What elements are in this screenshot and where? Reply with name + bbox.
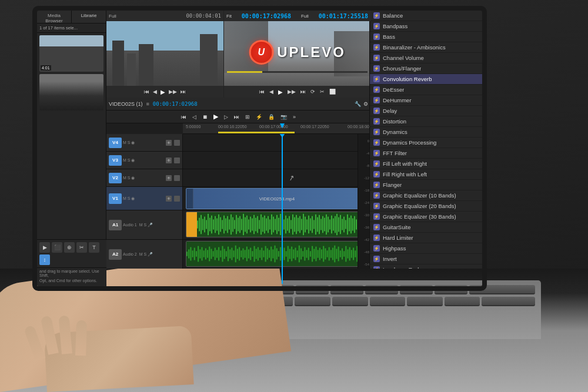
tl-ctrl-2[interactable]: ◁ xyxy=(192,114,196,120)
effect-item-7[interactable]: ⚡DeEsser xyxy=(370,85,482,95)
tl-ctrl-9[interactable]: » xyxy=(293,114,296,120)
prog-prev-btn[interactable]: ⏮ xyxy=(259,89,265,95)
key[interactable] xyxy=(295,297,330,306)
audio-clip-2[interactable] xyxy=(186,241,370,267)
effect-item-11[interactable]: ⚡Dynamics xyxy=(370,127,482,138)
effect-item-2[interactable]: ⚡Bass xyxy=(370,32,482,42)
key[interactable] xyxy=(296,285,329,294)
key-delete[interactable] xyxy=(469,285,535,294)
tool-btn-3[interactable]: ⊕ xyxy=(64,242,75,253)
track-label-a2[interactable]: A2 xyxy=(109,249,122,260)
tl-ctrl-camera[interactable]: 📷 xyxy=(280,114,287,120)
svg-rect-63 xyxy=(308,216,309,234)
prog-back-btn[interactable]: ◀ xyxy=(269,89,273,95)
source-fwd-btn[interactable]: ▶▶ xyxy=(169,89,177,95)
key[interactable] xyxy=(330,285,363,294)
effect-item-3[interactable]: ⚡Binauralizer - Ambisonics xyxy=(370,42,482,53)
key-return[interactable] xyxy=(482,297,535,306)
effect-item-17[interactable]: ⚡Graphic Equalizer (10 Bands) xyxy=(370,190,482,201)
effect-item-12[interactable]: ⚡Dynamics Processing xyxy=(370,138,482,148)
key[interactable] xyxy=(400,285,433,294)
effect-item-18[interactable]: ⚡Graphic Equalizer (20 Bands) xyxy=(370,201,482,212)
effect-item-19[interactable]: ⚡Graphic Equalizer (30 Bands) xyxy=(370,212,482,222)
effect-item-16[interactable]: ⚡Flanger xyxy=(370,180,482,190)
track-label-v2[interactable]: V2 xyxy=(109,173,122,183)
source-next-btn[interactable]: ⏭ xyxy=(181,89,186,95)
source-back-btn[interactable]: ◀ xyxy=(153,89,157,95)
prog-progress-bar[interactable] xyxy=(227,71,262,73)
track-v4-lock[interactable] xyxy=(174,140,180,146)
video-clip[interactable]: VIDEO0258.mp4 xyxy=(186,188,368,209)
prog-fwd-btn[interactable]: ▶▶ xyxy=(288,89,296,95)
key[interactable] xyxy=(435,285,467,294)
track-v1-eye[interactable]: 👁 xyxy=(166,196,172,202)
track-v4-eye[interactable]: 👁 xyxy=(166,140,172,146)
tl-ctrl-4[interactable]: ▷ xyxy=(224,114,228,120)
effect-item-21[interactable]: ⚡Hard Limiter xyxy=(370,233,482,243)
source-play-btn[interactable]: ▶ xyxy=(161,89,165,95)
track-v2-eye[interactable]: 👁 xyxy=(166,175,172,181)
track-label-a1[interactable]: A1 xyxy=(109,220,122,230)
track-label-v4[interactable]: V4 xyxy=(109,138,122,148)
library-tab[interactable]: Librarie xyxy=(71,11,106,23)
tl-ctrl-7[interactable]: ⚡ xyxy=(256,114,262,120)
effect-item-23[interactable]: ⚡Invert xyxy=(370,254,482,264)
effect-item-4[interactable]: ⚡Channel Volume xyxy=(370,53,482,63)
tl-ctrl-8[interactable]: 🔒 xyxy=(268,114,275,120)
svg-rect-20 xyxy=(232,217,233,232)
track-v3-eye[interactable]: 👁 xyxy=(166,158,172,163)
ripple-tool[interactable]: 🔧 xyxy=(355,101,361,107)
svg-rect-171 xyxy=(319,248,320,260)
prog-loop-btn[interactable]: ⟳ xyxy=(310,89,315,95)
prog-export-btn[interactable]: ⬜ xyxy=(329,89,336,95)
track-label-v3[interactable]: V3 xyxy=(109,155,122,166)
thumbnail-2[interactable] xyxy=(39,74,103,110)
track-v3-lock[interactable] xyxy=(174,158,180,163)
prog-mark-btn[interactable]: ✂ xyxy=(320,89,325,95)
source-prev-btn[interactable]: ⏮ xyxy=(144,89,149,95)
tool-btn-1[interactable]: ▶ xyxy=(39,242,50,253)
effect-item-0[interactable]: ⚡Balance xyxy=(370,11,482,21)
track-label-v1[interactable]: V1 xyxy=(109,193,122,204)
a1-track-content xyxy=(183,210,370,240)
track-v2-lock[interactable] xyxy=(174,175,180,181)
tool-btn-4[interactable]: T xyxy=(89,242,99,253)
prog-play-btn[interactable]: ▶ xyxy=(278,89,283,95)
effect-item-22[interactable]: ⚡Highpass xyxy=(370,243,482,254)
program-monitor[interactable]: Fit 00:00:17:02968 Full 00:01:17:25518 xyxy=(224,11,370,98)
tl-ctrl-1[interactable]: ⏮ xyxy=(181,114,186,120)
effect-item-20[interactable]: ⚡GuitarSuite xyxy=(370,222,482,233)
tool-btn-2[interactable]: ⬛ xyxy=(52,242,62,253)
prog-next-btn[interactable]: ⏭ xyxy=(300,89,306,95)
effect-item-9[interactable]: ⚡Delay xyxy=(370,106,482,116)
svg-rect-58 xyxy=(299,216,300,233)
effect-item-13[interactable]: ⚡FFT Filter xyxy=(370,148,482,159)
key[interactable] xyxy=(370,297,406,306)
key[interactable] xyxy=(365,285,398,294)
effect-item-1[interactable]: ⚡Bandpass xyxy=(370,21,482,32)
svg-rect-42 xyxy=(271,215,272,234)
effect-item-10[interactable]: ⚡Distortion xyxy=(370,116,482,127)
effect-item-5[interactable]: ⚡Chorus/Flanger xyxy=(370,63,482,74)
effect-item-6[interactable]: ⚡Convolution Reverb xyxy=(370,74,482,85)
tl-ctrl-5[interactable]: ⏭ xyxy=(234,114,239,120)
effect-item-14[interactable]: ⚡Fill Left with Right xyxy=(370,159,482,169)
audio-clip-1[interactable] xyxy=(186,212,370,237)
tool-btn-razor[interactable]: ✂ xyxy=(76,242,87,253)
media-browser-tab[interactable]: Media Browser xyxy=(37,11,71,23)
effect-item-8[interactable]: ⚡DeHummer xyxy=(370,95,482,106)
track-v1-lock[interactable] xyxy=(174,196,180,202)
key[interactable] xyxy=(445,297,480,306)
tl-ctrl-6[interactable]: ⊞ xyxy=(245,114,250,120)
tl-ctrl-3[interactable]: ⏹ xyxy=(202,114,208,120)
key[interactable] xyxy=(332,297,368,306)
track-header-a1: A1 Audio 1 M S 🎤 xyxy=(106,210,182,240)
tool-btn-active[interactable]: ↕ xyxy=(39,254,50,265)
magnet-tool[interactable]: ⚙ xyxy=(363,101,368,107)
tl-play-btn[interactable]: ▶ xyxy=(213,113,218,120)
key[interactable] xyxy=(407,297,443,306)
effect-item-15[interactable]: ⚡Fill Right with Left xyxy=(370,169,482,180)
source-monitor[interactable]: Full 00:00:04:01 ⏮ ◀ ▶ xyxy=(106,11,224,98)
svg-rect-184 xyxy=(343,251,345,257)
thumbnail-1[interactable]: 4:01 xyxy=(39,35,103,72)
